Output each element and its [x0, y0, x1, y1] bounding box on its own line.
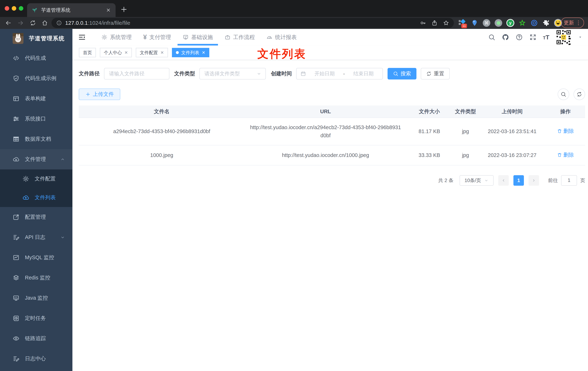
- tag-profile[interactable]: 个人中心✕: [100, 48, 132, 57]
- sidebar-item-file-list[interactable]: 文件列表: [0, 188, 73, 207]
- extension-record-icon[interactable]: [494, 19, 502, 27]
- prev-page-button[interactable]: [498, 175, 509, 186]
- tag-file-list[interactable]: 文件列表✕: [172, 48, 209, 57]
- file-path-label: 文件路径: [79, 70, 100, 77]
- sidebar-item-config-management[interactable]: 配置管理: [0, 207, 73, 227]
- tag-home[interactable]: 首页: [79, 48, 96, 57]
- github-icon[interactable]: [502, 34, 509, 41]
- close-icon[interactable]: ✕: [202, 50, 205, 55]
- sidebar-item-db-doc[interactable]: 数据库文档: [0, 129, 73, 149]
- avatar[interactable]: [556, 30, 571, 45]
- browser-toolbar: 127.0.0.1:1024/infra/file/file 11 ⌘ y 更: [0, 17, 588, 29]
- home-button[interactable]: [42, 20, 48, 26]
- toggle-search-button[interactable]: [558, 88, 569, 100]
- sidebar-item-file-config[interactable]: 文件配置: [0, 170, 73, 188]
- sidebar-logo[interactable]: 芋道管理系统: [0, 29, 73, 48]
- file-path-input[interactable]: 请输入文件路径: [104, 68, 169, 79]
- goto-page-input[interactable]: [561, 175, 577, 186]
- extension-eye-icon[interactable]: [530, 19, 538, 27]
- fullscreen-icon[interactable]: [529, 34, 536, 41]
- window-zoom-button[interactable]: [19, 6, 23, 11]
- extension-y-icon[interactable]: y: [506, 19, 514, 27]
- window-close-button[interactable]: [5, 6, 9, 11]
- monitor-check-icon: [183, 34, 189, 40]
- layers-icon: [13, 274, 20, 281]
- upload-file-button[interactable]: 上传文件: [79, 88, 120, 100]
- search-icon[interactable]: [488, 34, 495, 41]
- close-icon[interactable]: ✕: [160, 50, 164, 55]
- sidebar-item-api-log[interactable]: API 日志: [0, 227, 73, 247]
- col-url: URL: [245, 106, 406, 118]
- browser-tab[interactable]: 芋道管理系统: [27, 3, 116, 17]
- extension-command-icon[interactable]: ⌘: [483, 19, 491, 27]
- cell-upload-time: 2022-03-16 23:51:41: [479, 118, 546, 145]
- sidebar-item-scheduled-task[interactable]: 定时任务: [0, 308, 73, 328]
- tab-infrastructure[interactable]: 基础设施: [177, 29, 219, 45]
- back-button[interactable]: [5, 20, 11, 26]
- sidebar-item-java-monitor[interactable]: Java 监控: [0, 288, 73, 308]
- forward-button[interactable]: [17, 20, 24, 26]
- cell-file-name: a294ecb2-73dd-4353-bf40-296b8931d0bf: [79, 118, 245, 145]
- sidebar-item-trace[interactable]: 链路追踪: [0, 328, 73, 349]
- refresh-table-button[interactable]: [574, 88, 585, 100]
- extensions-puzzle-icon[interactable]: [542, 19, 550, 27]
- search-button[interactable]: 搜索: [388, 68, 416, 79]
- close-icon[interactable]: ✕: [125, 50, 128, 55]
- tab-payment-management[interactable]: ¥支付管理: [137, 29, 177, 45]
- sidebar-item-mysql-monitor[interactable]: MySQL 监控: [0, 247, 73, 268]
- file-table: 文件名 URL 文件大小 文件类型 上传时间 操作 a294ecb2-73dd-…: [79, 106, 585, 165]
- sidebar-item-redis-monitor[interactable]: Redis 监控: [0, 268, 73, 288]
- tag-file-config[interactable]: 文件配置✕: [136, 48, 168, 57]
- delete-button[interactable]: 删除: [557, 151, 574, 159]
- extension-green-star-icon[interactable]: [518, 19, 526, 27]
- annotation-file-list: 文件列表: [257, 46, 306, 61]
- window-minimize-button[interactable]: [12, 6, 16, 11]
- sidebar-collapse-icon[interactable]: [78, 33, 86, 41]
- bookmark-star-icon[interactable]: [443, 20, 449, 26]
- chevron-up-icon: [60, 157, 65, 162]
- tab-close-icon[interactable]: [106, 8, 111, 13]
- app-title: 芋道管理系统: [29, 35, 65, 42]
- col-file-type: 文件类型: [452, 106, 479, 118]
- password-key-icon[interactable]: [420, 20, 426, 26]
- caret-down-icon[interactable]: [578, 35, 583, 40]
- col-file-size: 文件大小: [406, 106, 452, 118]
- sidebar-item-form-builder[interactable]: 表单构建: [0, 88, 73, 109]
- font-size-icon[interactable]: TT: [543, 34, 549, 41]
- sidebar-item-code-example[interactable]: 代码生成示例: [0, 68, 73, 88]
- help-icon[interactable]: [515, 34, 523, 41]
- file-type-select[interactable]: 请选择文件类型: [199, 68, 266, 79]
- sidebar-item-code-generation[interactable]: 代码生成: [0, 48, 73, 68]
- page-number-button[interactable]: 1: [514, 175, 524, 186]
- extension-pin-icon[interactable]: [471, 19, 479, 27]
- code-icon: [13, 55, 20, 62]
- page-size-select[interactable]: 10条/页: [460, 175, 494, 186]
- gauge-icon: [266, 34, 273, 40]
- sidebar-item-file-management[interactable]: 文件管理: [0, 149, 73, 170]
- share-icon[interactable]: [431, 20, 438, 26]
- sidebar-item-system-api[interactable]: 系统接口: [0, 109, 73, 129]
- page-content: 文件路径 请输入文件路径 文件类型 请选择文件类型 创建时间 开始日期 - 结束…: [73, 60, 588, 371]
- logo-rabbit-image: [13, 33, 23, 44]
- tab-system-management[interactable]: 系统管理: [95, 29, 137, 45]
- address-bar[interactable]: 127.0.0.1:1024/infra/file/file: [52, 18, 454, 28]
- browser-update-button[interactable]: 更新 ⋮: [561, 18, 584, 28]
- new-tab-button[interactable]: [120, 5, 128, 13]
- tab-workflow[interactable]: 工作流程: [219, 29, 261, 45]
- cell-file-size: 33.33 KB: [406, 145, 452, 165]
- date-range-picker[interactable]: 开始日期 - 结束日期: [296, 68, 383, 79]
- main-area: 系统管理 ¥支付管理 基础设施 工作流程 统计报表 TT 首页 个人中心✕ 文件…: [73, 29, 588, 371]
- sidebar-item-log-center[interactable]: 日志中心: [0, 349, 73, 369]
- delete-button[interactable]: 删除: [557, 127, 574, 135]
- reload-button[interactable]: [30, 20, 36, 26]
- schedule-icon: [13, 315, 20, 322]
- tab-statistics-report[interactable]: 统计报表: [261, 29, 303, 45]
- browser-menu-icon[interactable]: ⋮: [576, 20, 581, 25]
- cell-file-name: 1000.jpeg: [79, 145, 245, 165]
- reset-button[interactable]: 重置: [421, 68, 450, 79]
- site-info-icon[interactable]: [56, 20, 62, 26]
- log-center-icon: [13, 355, 20, 362]
- refresh-icon: [426, 71, 432, 76]
- next-page-button[interactable]: [529, 175, 539, 186]
- extension-grid-icon[interactable]: 11: [459, 19, 467, 27]
